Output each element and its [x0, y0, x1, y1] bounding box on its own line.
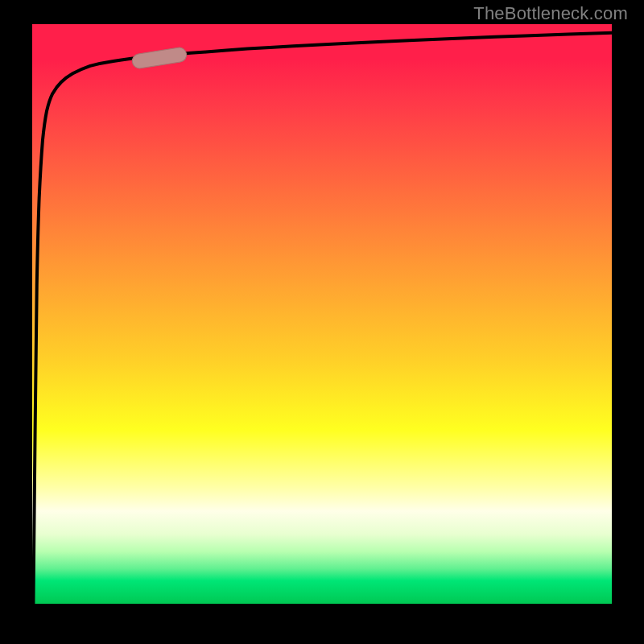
- chart-stage: TheBottleneck.com: [0, 0, 644, 644]
- current-position-marker: [131, 47, 188, 69]
- plot-area: [32, 24, 612, 604]
- bottleneck-curve: [33, 33, 612, 604]
- svg-rect-0: [131, 47, 188, 69]
- watermark-text: TheBottleneck.com: [473, 3, 628, 24]
- curve-layer: [32, 24, 612, 604]
